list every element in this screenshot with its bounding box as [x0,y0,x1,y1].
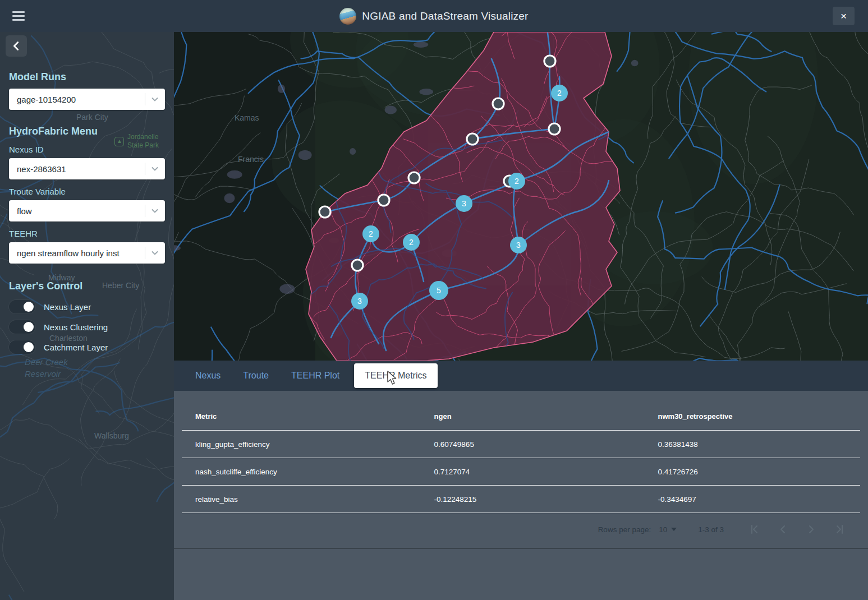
nexus-id-select-value: nex-2863631 [17,164,143,174]
toggle-row-catchment-layer: Catchment Layer [9,340,165,354]
tab-troute[interactable]: Troute [235,365,277,386]
nexus-layer-toggle[interactable] [9,300,35,313]
metric-name: kling_gupta_efficiency [182,431,421,458]
chevron-down-icon [150,164,159,173]
chevron-down-icon [150,206,159,215]
metric-value: -0.3434697 [645,486,860,513]
separator [145,163,145,175]
cluster-count: 3 [462,199,466,208]
nexus-marker[interactable] [319,206,330,218]
rows-per-page-value: 10 [659,525,667,534]
header: NGIAB and DataStream Visualizer × [0,0,868,32]
table-row[interactable]: relative_bias-0.12248215-0.3434697 [182,486,860,513]
column-header-metric: Metric [182,402,421,430]
model-runs-select-value: gage-10154200 [17,95,143,104]
hydrofabric-heading: HydroFabric Menu [9,126,165,137]
table-row[interactable]: kling_gupta_efficiency0.607498650.363814… [182,431,860,458]
catchment-layer-toggle[interactable] [9,340,35,354]
tab-teehr-metrics[interactable]: TEEHR Metrics [354,363,437,388]
menu-button[interactable] [12,8,29,24]
cluster-count: 2 [515,177,519,186]
column-header-ngen: ngen [421,402,645,430]
cluster-count: 3 [357,297,362,306]
teehr-select-value: ngen streamflow hourly inst [17,248,143,258]
chevron-down-icon [150,95,159,104]
caret-down-icon [671,528,677,531]
nexus-marker[interactable] [493,98,504,109]
nexus-marker[interactable] [352,260,363,271]
nexus-marker[interactable] [467,133,478,145]
table-row[interactable]: nash_sutcliffe_efficiency0.71270740.4172… [182,458,860,486]
first-page-button[interactable] [747,523,761,536]
previous-page-button[interactable] [776,523,789,536]
metric-value: -0.12248215 [421,486,645,513]
first-page-icon [747,523,761,536]
next-page-button[interactable] [805,523,818,536]
layers-heading: Layer's Control [9,280,165,292]
nexus-id-select[interactable]: nex-2863631 [9,158,165,179]
catchment-layer-label: Catchment Layer [44,343,108,352]
nexus-layer-label: Nexus Layer [44,302,91,312]
next-page-icon [805,523,818,536]
chevron-left-icon [10,40,22,52]
separator [145,93,145,105]
separator [145,247,145,259]
nexus-clustering-toggle[interactable] [9,320,35,334]
separator [145,205,145,217]
cluster-count: 3 [516,241,521,250]
app-logo-icon [339,8,356,25]
metric-value: 0.60749865 [421,431,645,458]
column-header-nwm30-retrospective: nwm30_retrospective [645,402,860,430]
collapse-sidebar-button[interactable] [6,35,27,57]
tab-bar: NexusTrouteTEEHR PlotTEEHR Metrics [174,361,868,391]
rows-per-page-select[interactable]: 10 [659,525,677,534]
model-runs-select[interactable]: gage-10154200 [9,89,165,110]
app-title-group: NGIAB and DataStream Visualizer [339,8,528,25]
map-label-kamas: Kamas [235,113,259,122]
rows-per-page-label: Rows per page: [598,525,651,534]
nexus-marker[interactable] [378,195,389,206]
toggle-knob [24,302,34,312]
map-label-francis: Francis [238,155,264,164]
toggle-knob [24,322,34,332]
toggle-knob [24,342,34,352]
cluster-count: 2 [369,229,373,238]
table-header-row: Metricngennwm30_retrospective [182,402,860,431]
toggle-row-nexus-layer: Nexus Layer [9,300,165,313]
tab-nexus[interactable]: Nexus [187,365,228,386]
last-page-button[interactable] [833,523,847,536]
main-area: KamasFrancis22322353 NexusTrouteTEEHR Pl… [174,32,868,600]
cluster-count: 5 [437,286,441,295]
pagination-range: 1-3 of 3 [698,525,724,534]
last-page-icon [833,523,847,536]
tab-teehr-plot[interactable]: TEEHR Plot [283,365,347,386]
troute-variable-select[interactable]: flow [9,200,165,221]
toggle-row-nexus-clustering: Nexus Clustering [9,320,165,334]
troute-variable-label: Troute Variable [9,187,165,196]
metric-value: 0.36381438 [645,431,860,458]
content-area: Park CityJordanelle State ParkMidwayHebe… [0,32,868,600]
sidebar: Park CityJordanelle State ParkMidwayHebe… [0,32,174,600]
nexus-clustering-label: Nexus Clustering [44,322,108,332]
map-canvas[interactable]: KamasFrancis22322353 [174,32,868,361]
chevron-down-icon [150,248,159,257]
close-button[interactable]: × [833,7,855,25]
metrics-panel: Metricngennwm30_retrospectivekling_gupta… [174,391,868,600]
cluster-count: 2 [557,89,562,98]
nexus-id-label: Nexus ID [9,145,165,154]
model-runs-heading: Model Runs [9,71,165,83]
panel-divider [174,548,868,549]
troute-variable-select-value: flow [17,206,143,216]
nexus-marker[interactable] [549,123,560,135]
metric-value: 0.7127074 [421,458,645,485]
nexus-marker[interactable] [544,56,555,67]
app-title: NGIAB and DataStream Visualizer [362,10,528,22]
metric-name: nash_sutcliffe_efficiency [182,458,421,485]
metrics-table: Metricngennwm30_retrospectivekling_gupta… [182,402,860,513]
metric-name: relative_bias [182,486,421,513]
teehr-label: TEEHR [9,229,165,238]
teehr-select[interactable]: ngen streamflow hourly inst [9,242,165,264]
nexus-marker[interactable] [408,172,420,183]
pagination: Rows per page: 10 1-3 of 3 [182,513,860,546]
cluster-count: 2 [409,238,414,247]
